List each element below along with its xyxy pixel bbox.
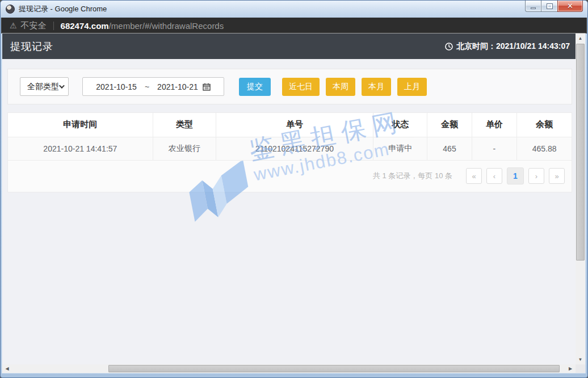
page-1-button[interactable]: 1 [507,167,524,184]
prev-page-button[interactable]: ‹ [486,168,502,184]
pagination-bar: 共 1 条记录，每页 10 条 « ‹ 1 › » [8,161,572,192]
browser-window: 提现记录 - Google Chrome ✕ ⚠ 不安全 682474.com … [0,0,588,378]
restore-icon [547,4,552,9]
next-page-button[interactable]: › [528,168,544,184]
scroll-down-icon[interactable]: ▼ [576,355,585,364]
table-row: 2021-10-21 14:41:57 农业银行 211021024115272… [8,137,572,160]
vertical-scrollbar-thumb[interactable] [576,44,585,261]
cell-amount: 465 [427,137,472,160]
clock-icon [445,43,453,51]
table-header-row: 申请时间 类型 单号 状态 金额 单价 余额 [8,113,572,137]
security-label: 不安全 [21,20,47,31]
date-end: 2021-10-21 [157,82,198,91]
not-secure-warning-icon: ⚠ [10,21,17,30]
date-range-input[interactable]: 2021-10-15 ~ 2021-10-21 [82,77,224,96]
horizontal-scrollbar[interactable]: ◀ ▶ [2,364,576,373]
records-table: 申请时间 类型 单号 状态 金额 单价 余额 2021-10-2 [8,113,572,161]
cell-order-number: 211021024115272790 [216,137,373,160]
vertical-scrollbar[interactable]: ▲ ▼ [576,33,585,364]
scroll-right-icon[interactable]: ▶ [565,364,576,373]
horizontal-scrollbar-thumb[interactable] [108,365,560,372]
cell-apply-time: 2021-10-21 14:41:57 [8,137,153,160]
scroll-up-icon[interactable]: ▲ [576,33,585,43]
col-apply-time: 申请时间 [8,113,153,137]
cell-balance: 465.88 [517,137,572,160]
last-month-button[interactable]: 上月 [397,78,427,96]
this-month-button[interactable]: 本月 [362,78,391,96]
col-order-number: 单号 [216,113,373,137]
window-title: 提现记录 - Google Chrome [19,4,107,14]
address-bar[interactable]: ⚠ 不安全 682474.com /member/#/withdrawalRec… [1,18,587,33]
minimize-button[interactable] [525,1,541,12]
url-path: /member/#/withdrawalRecords [109,21,224,31]
page-body: 全部类型 2021-10-15 ~ 2021-10-21 提交 近七日 本周 [2,69,576,364]
cell-unit-price: - [472,137,516,160]
browser-viewport: 提现记录 北京时间：2021/10/21 14:43:07 全部类型 [2,33,585,373]
close-icon: ✕ [567,2,573,10]
col-balance: 余额 [517,113,572,137]
title-bar: 提现记录 - Google Chrome ✕ [1,1,587,18]
page-header: 提现记录 北京时间：2021/10/21 14:43:07 [2,33,576,59]
window-controls: ✕ [525,1,583,12]
record-count-summary: 共 1 条记录，每页 10 条 [373,171,452,181]
restore-button[interactable] [541,1,557,12]
calendar-icon [203,83,211,91]
site-favicon-icon [6,5,15,14]
beijing-time: 北京时间：2021/10/21 14:43:07 [445,41,570,52]
page-content: 提现记录 北京时间：2021/10/21 14:43:07 全部类型 [2,33,576,364]
col-unit-price: 单价 [472,113,516,137]
cell-status: 申请中 [373,137,427,160]
page-title: 提现记录 [10,40,53,53]
url-domain: 682474.com [61,21,109,31]
type-select-value: 全部类型 [27,82,59,92]
address-divider [53,22,54,30]
chevron-down-icon [59,83,65,89]
col-type: 类型 [153,113,216,137]
records-table-panel: 申请时间 类型 单号 状态 金额 单价 余额 2021-10-2 [7,112,572,192]
last-7-days-button[interactable]: 近七日 [282,78,320,96]
filter-panel: 全部类型 2021-10-15 ~ 2021-10-21 提交 近七日 本周 [7,69,572,104]
close-button[interactable]: ✕ [557,1,583,12]
this-week-button[interactable]: 本周 [326,78,355,96]
cell-type: 农业银行 [153,137,216,160]
scroll-left-icon[interactable]: ◀ [2,364,12,373]
col-status: 状态 [373,113,427,137]
date-start: 2021-10-15 [96,82,137,91]
type-select[interactable]: 全部类型 [20,77,69,96]
minimize-icon [531,7,536,9]
beijing-time-label: 北京时间：2021/10/21 14:43:07 [456,41,570,52]
scrollbar-corner [576,364,585,373]
last-page-button[interactable]: » [549,168,565,184]
submit-button[interactable]: 提交 [239,78,271,96]
col-amount: 金额 [427,113,472,137]
first-page-button[interactable]: « [466,168,482,184]
date-separator: ~ [145,82,149,91]
